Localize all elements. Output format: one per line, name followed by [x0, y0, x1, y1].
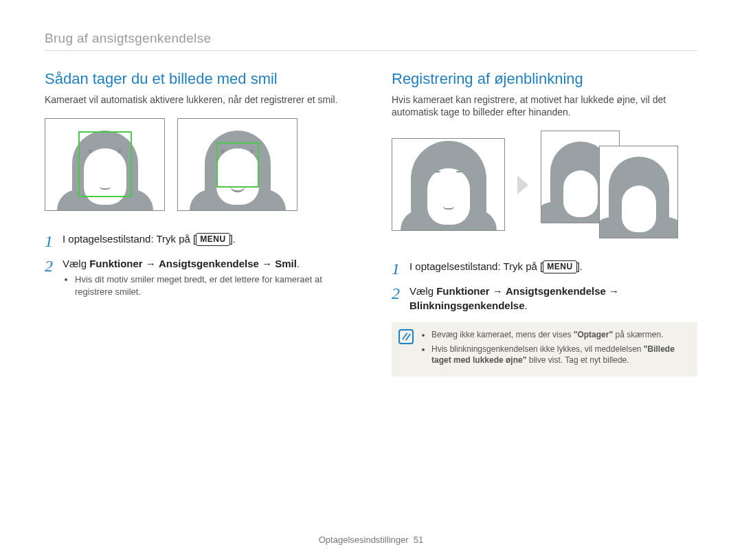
right-step-1: 1 I optagelsestilstand: Tryk på [MENU].: [392, 259, 697, 277]
text-bold: Funktioner: [89, 258, 143, 269]
arrow: →: [143, 258, 159, 269]
blink-image-row: [392, 131, 697, 238]
right-step-2-body: Vælg Funktioner → Ansigtsgenkendelse → B…: [409, 284, 697, 313]
text-bold: "Optager": [574, 330, 613, 339]
content-columns: Sådan tager du et billede med smil Kamer…: [45, 70, 697, 377]
text-bold: Ansigtsgenkendelse: [506, 285, 606, 297]
step-number: 1: [45, 232, 63, 249]
text: I optagelsestilstand: Tryk på [: [409, 260, 543, 272]
smile-image-1: [45, 118, 165, 211]
blink-result-2: [599, 146, 678, 238]
note-list: Bevæg ikke kameraet, mens der vises "Opt…: [431, 329, 688, 368]
text-bold: Blinkningsgenkendelse: [409, 300, 525, 311]
text-bold: Funktioner: [436, 285, 490, 297]
left-steps: 1 I optagelsestilstand: Tryk på [MENU]. …: [45, 232, 350, 300]
page-footer: Optagelsesindstillinger 51: [0, 535, 742, 545]
right-step-2: 2 Vælg Funktioner → Ansigtsgenkendelse →…: [392, 284, 697, 313]
menu-badge: MENU: [543, 260, 576, 273]
step-number: 2: [45, 256, 63, 274]
right-section-title: Registrering af øjenblinkning: [392, 70, 697, 88]
step-number: 2: [392, 284, 409, 302]
text: blive vist. Tag et nyt billede.: [526, 355, 629, 365]
arrow: →: [490, 285, 506, 297]
text: Bevæg ikke kameraet, mens der vises: [431, 330, 574, 339]
text: Vælg: [63, 258, 89, 269]
left-step-2-body: Vælg Funktioner → Ansigtsgenkendelse → S…: [63, 256, 350, 300]
text: .: [525, 300, 528, 311]
note-box: Bevæg ikke kameraet, mens der vises "Opt…: [392, 322, 697, 377]
text: I optagelsestilstand: Tryk på [: [63, 233, 196, 245]
right-step-1-body: I optagelsestilstand: Tryk på [MENU].: [409, 259, 697, 273]
blink-result-stack: [541, 131, 678, 238]
text-bold: Smil: [275, 258, 297, 269]
text: ].: [577, 260, 583, 272]
note-icon: [398, 329, 414, 344]
arrow-right-icon: [517, 175, 528, 194]
right-column: Registrering af øjenblinkning Hvis kamer…: [392, 70, 697, 377]
right-intro-text: Hvis kameraet kan registrere, at motivet…: [392, 93, 697, 118]
text: Vælg: [409, 285, 436, 297]
bullet-item: Hvis dit motiv smiler meget bredt, er de…: [75, 273, 350, 298]
breadcrumb: Brug af ansigtsgenkendelse: [45, 31, 697, 51]
arrow: →: [259, 258, 275, 269]
step-number: 1: [392, 259, 409, 277]
left-section-title: Sådan tager du et billede med smil: [45, 70, 350, 88]
left-step-2: 2 Vælg Funktioner → Ansigtsgenkendelse →…: [45, 256, 350, 300]
text: ].: [230, 233, 236, 245]
text-bold: Ansigtsgenkendelse: [159, 258, 259, 269]
footer-page-number: 51: [414, 535, 423, 545]
right-steps: 1 I optagelsestilstand: Tryk på [MENU]. …: [392, 259, 697, 313]
left-intro-text: Kameraet vil automatisk aktivere lukkere…: [45, 93, 350, 106]
menu-badge: MENU: [196, 233, 229, 246]
left-step-1: 1 I optagelsestilstand: Tryk på [MENU].: [45, 232, 350, 249]
smile-image-2: [177, 118, 297, 211]
left-step-1-body: I optagelsestilstand: Tryk på [MENU].: [63, 232, 350, 246]
arrow: →: [606, 285, 619, 297]
blink-image-source: [392, 138, 505, 231]
text: på skærmen.: [613, 330, 663, 339]
smile-image-row: [45, 118, 350, 211]
text: .: [297, 258, 300, 269]
note-item: Bevæg ikke kameraet, mens der vises "Opt…: [431, 329, 688, 340]
left-column: Sådan tager du et billede med smil Kamer…: [45, 70, 350, 377]
footer-section-label: Optagelsesindstillinger: [319, 535, 409, 545]
left-step-2-bullets: Hvis dit motiv smiler meget bredt, er de…: [75, 273, 350, 298]
note-item: Hvis blinkningsgenkendelsen ikke lykkes,…: [431, 344, 688, 366]
text: Hvis blinkningsgenkendelsen ikke lykkes,…: [431, 344, 644, 354]
